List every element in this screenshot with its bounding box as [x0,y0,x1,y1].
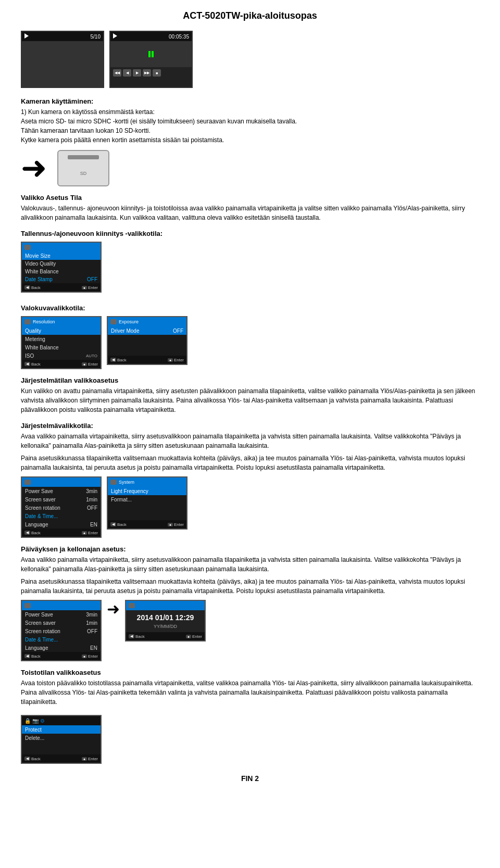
arrow-camera-block: ➜ SD [21,150,479,186]
menu-item-spacer [108,335,186,356]
back-btn7: ◀ Back [129,634,145,639]
valokuva-left-header: Resolution [22,317,101,326]
arrow-icon: ➜ [21,153,47,184]
enter-btn7: ● Enter [186,634,202,639]
controls-row: ◀◀ ◀ ▶ ▶▶ ■ [110,67,192,79]
screen-left-content [22,41,103,88]
protect-icons: 🔒 📷 ⚙ [24,718,45,724]
enter-btn3: ● Enter [168,358,184,362]
valokuva-section-title: Valokuvavalikkotila: [21,304,479,312]
protect-menu-row: 🔒 📷 ⚙ Protect Delete... ◀ Back ● Enter [21,711,479,764]
sys-left-header [22,477,101,487]
counter-text: 5/10 [91,34,101,40]
sys-item-format: Format... [108,495,186,504]
tallennus-menu-header [22,243,101,252]
valokuva-menu-row: Resolution Quality Metering White Balanc… [21,316,479,369]
page-title: ACT-5020TW-pika-aloitusopas [21,10,479,21]
menu-item-wb: White Balance [22,343,101,351]
toistotila-text: Avaa toiston päävalikko toistotilassa pa… [21,678,479,707]
sys-item-screen-rot: Screen rotation OFF [22,504,101,512]
jarjestelma-text2: Avaa valikko painamalla virtapainiketta,… [21,432,479,450]
paivays-item-lang: Language EN [22,644,101,652]
menu-item-video-quality: Video Quality [22,260,101,268]
sys-item-date: Date & Time... [22,512,101,520]
jarjestelma-title2: Järjestelmävalikkotila: [21,422,479,430]
menu-item-white-balance: White Balance [22,268,101,275]
ctrl-next: ▶▶ [143,69,151,77]
paivays-text1: Avaa valikko painamalla virtapainiketta,… [21,555,479,574]
cam-small-icon2 [110,319,117,324]
page-footer: FIN 2 [21,774,479,783]
menu-item-date-stamp: Date Stamp OFF [22,275,101,283]
camera-diagram: SD [57,150,109,186]
valokuva-left-footer: ◀ Back ● Enter [22,360,101,368]
back-btn2: ◀ Back [24,362,41,367]
back-btn3: ◀ Back [110,358,127,362]
menu-item-movie-size: Movie Size [22,252,101,260]
camera-text-1: 1) Kun kamera on käytössä ensimmäistä ke… [21,107,479,145]
sys-cam-icon [24,480,31,485]
arrow-dt: ➜ [107,600,120,618]
paivays-sys-footer: ◀ Back ● Enter [22,652,101,660]
cam-icon [24,245,31,250]
back-btn4: ◀ Back [24,531,41,535]
pause-icon [148,51,154,57]
valokuva-right-header: Exposure [108,317,186,326]
protect-item-protect: Protect [22,725,101,734]
paivays-section-title: Päiväyksen ja kellonajan asetus: [21,545,479,553]
enter-btn8: ● Enter [82,757,98,761]
tallennus-menu-row: Movie Size Video Quality White Balance D… [21,242,479,297]
screen-right: 00:05:35 ◀◀ ◀ ▶ ▶▶ ■ [109,31,193,88]
menu-item-iso: ISO AUTO [22,351,101,360]
enter-btn5: ● Enter [168,522,184,527]
sys-item-language: Language EN [22,520,101,529]
back-btn: ◀ Back [24,285,41,290]
jarjestelma-section-title: Järjestelmätilan valikkoasetus [21,376,479,384]
sys-item-screen-saver: Screen saver 1min [22,495,101,504]
valokuva-right-menu: Exposure Driver Mode OFF ◀ Back ● Enter [107,316,188,365]
paivays-item-power: Power Save 3min [22,610,101,619]
sys-menu-left: Power Save 3min Screen saver 1min Screen… [21,476,102,538]
dt-footer: ◀ Back ● Enter [126,632,205,640]
enter-btn: ● Enter [82,285,98,290]
paivays-menus-row: Power Save 3min Screen saver 1min Screen… [21,600,479,661]
sys-item-light-freq: Light Frequency [108,487,186,495]
protect-screen: 🔒 📷 ⚙ Protect Delete... ◀ Back ● Enter [21,715,102,764]
paivays-item-screen-rot: Screen rotation OFF [22,627,101,635]
datetime-screen: 2014 01/01 12:29 YY/MM/DD ◀ Back ● Enter [125,600,206,641]
sys-menu-right: System Light Frequency Format... ◀ Back … [107,476,188,530]
paivays-sys-menu-left: Power Save 3min Screen saver 1min Screen… [21,600,102,661]
dt-header [126,601,205,610]
tallennus-section-title: Tallennus-/ajoneuvoon kiinnitys -valikko… [21,230,479,237]
enter-btn4: ● Enter [82,531,98,535]
enter-btn6: ● Enter [82,654,98,659]
dt-format-label: YY/MM/DD [129,624,202,629]
jarjestelma-text1: Kun valikko on avattu painamalla virtapa… [21,386,479,414]
sys-right-footer: ◀ Back ● Enter [108,520,186,529]
tallennus-menu-screen: Movie Size Video Quality White Balance D… [21,242,102,293]
sys-item-power: Power Save 3min [22,487,101,495]
top-screens-row: 5/10 00:05:35 ◀◀ ◀ ▶ ▶▶ ■ [21,31,479,88]
dt-date-value: 2014 01/01 12:29 [129,613,202,622]
menu-item-driver-mode: Driver Mode OFF [108,326,186,335]
play-icon-right [113,33,117,40]
protect-spacer [22,742,101,754]
cam-small-icon [24,319,31,324]
enter-btn2: ● Enter [82,362,98,367]
protect-footer: ◀ Back ● Enter [22,754,101,763]
camera-section-title: Kameran käyttäminen: [21,97,479,105]
valokuva-right-footer: ◀ Back ● Enter [108,356,186,364]
ctrl-stop: ■ [153,69,161,77]
sys-cam-icon2 [110,480,117,485]
jarjestelma-text3: Paina asetusikkunassa tilapainiketta val… [21,454,479,472]
screen-right-content [110,41,192,67]
protect-header: 🔒 📷 ⚙ [22,716,101,725]
valikko-section-title: Valikko Asetus Tila [21,194,479,202]
paivays-item-screen-saver: Screen saver 1min [22,619,101,627]
jarjestelma-menus-row: Power Save 3min Screen saver 1min Screen… [21,476,479,538]
dt-cam-icon [129,603,135,608]
sys-left-footer: ◀ Back ● Enter [22,529,101,537]
dt-body: 2014 01/01 12:29 YY/MM/DD [126,610,205,632]
back-btn5: ◀ Back [110,522,127,527]
paivays-sys-header [22,601,101,610]
